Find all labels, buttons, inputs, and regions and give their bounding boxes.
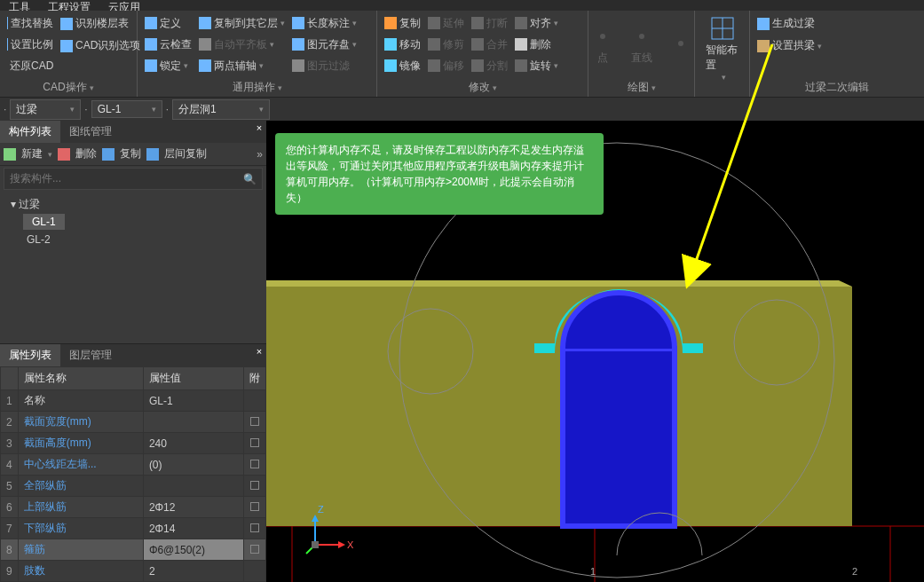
viewport-3d[interactable]: 您的计算机内存不足，请及时保存工程以防内存不足发生内存溢出等风险，可通过关闭其他… — [266, 121, 924, 582]
btn-cad-options[interactable]: CAD识别选项 — [57, 36, 144, 55]
btn-set-scale[interactable]: 设置比例 — [4, 35, 57, 54]
ribbon-group-smart: 智能布置▾ — [695, 11, 750, 97]
ribbon: 查找替换 设置比例 还原CAD 识别楼层表 CAD识别选项 CAD操作▾ 定义云… — [0, 11, 924, 98]
ribbon-label: 过梁二次编辑 — [750, 78, 924, 97]
menu-item[interactable]: 云应用 — [99, 0, 149, 11]
tab-component-list[interactable]: 构件列表 — [0, 121, 60, 143]
table-row[interactable]: 6上部纵筋2Φ12 — [1, 497, 266, 518]
draw-btn — [661, 12, 700, 76]
ribbon-group-lintel: 生成过梁 设置拱梁▾ 过梁二次编辑 — [750, 11, 924, 97]
svg-point-2 — [678, 41, 683, 46]
tree-item[interactable]: GL-2 — [23, 232, 259, 248]
ribbon-group-draw: 点直线 绘图▾ — [588, 11, 695, 97]
col-num — [1, 367, 19, 390]
svg-text:2: 2 — [852, 566, 857, 577]
dropdown-component-type[interactable]: 过梁▾ — [10, 99, 81, 120]
ribbon-btn[interactable]: 两点辅轴▾ — [195, 57, 288, 75]
btn-new[interactable]: 新建▾ — [4, 146, 52, 161]
table-row[interactable]: 2截面宽度(mm) — [1, 412, 266, 433]
ribbon-btn[interactable]: 延伸 — [424, 14, 468, 33]
menu-item[interactable]: 工具 — [0, 0, 39, 11]
left-panel: × 构件列表 图纸管理 新建▾ 删除 复制 层间复制 » 搜索构件... 🔍 ▾… — [0, 121, 266, 582]
col-name: 属性名称 — [18, 367, 143, 390]
tree-item[interactable]: GL-1 — [23, 214, 65, 230]
tab-layers[interactable]: 图层管理 — [60, 344, 121, 366]
dropdown-layer[interactable]: 分层洞1▾ — [172, 99, 270, 120]
ribbon-label: 通用操作▾ — [138, 78, 376, 97]
component-toolbar: 新建▾ 删除 复制 层间复制 » — [0, 143, 266, 166]
ribbon-btn[interactable]: 合并 — [468, 35, 511, 54]
ribbon-btn[interactable]: 偏移 — [424, 57, 468, 75]
ribbon-btn[interactable]: 定义 — [141, 14, 195, 33]
ribbon-btn[interactable]: 对齐▾ — [511, 14, 562, 33]
btn-smart-place[interactable]: 智能布置▾ — [699, 12, 746, 85]
search-input[interactable]: 搜索构件... 🔍 — [4, 168, 263, 190]
ribbon-label: 绘图▾ — [588, 78, 694, 97]
table-row[interactable]: 7下部纵筋2Φ14 — [1, 518, 266, 539]
ribbon-btn[interactable]: 修剪 — [424, 35, 468, 54]
left-tabbar: 构件列表 图纸管理 — [0, 121, 266, 143]
ribbon-btn[interactable]: 移动 — [381, 35, 424, 54]
ribbon-btn[interactable]: 删除 — [511, 35, 562, 54]
table-row[interactable]: 5全部纵筋 — [1, 476, 266, 497]
col-attach: 附 — [244, 367, 266, 390]
ribbon-btn[interactable]: 旋转▾ — [511, 57, 562, 75]
tab-drawing-mgmt[interactable]: 图纸管理 — [60, 121, 121, 143]
btn-delete[interactable]: 删除 — [58, 146, 97, 161]
svg-text:1: 1 — [590, 566, 596, 577]
search-icon: 🔍 — [243, 173, 257, 185]
menu-bar: 工具 工程设置 云应用 — [0, 0, 924, 11]
ribbon-btn[interactable]: 复制 — [381, 14, 424, 33]
svg-point-1 — [639, 34, 644, 39]
ribbon-btn[interactable]: 打断 — [468, 14, 511, 33]
component-tree: ▾ 过梁 GL-1 GL-2 — [0, 192, 266, 343]
svg-marker-9 — [266, 280, 852, 287]
table-row[interactable]: 3截面高度(mm)240 — [1, 433, 266, 454]
property-panel: × 属性列表 图层管理 属性名称 属性值 附 1名称GL-12截面宽度(mm)3… — [0, 343, 266, 582]
svg-rect-8 — [266, 287, 852, 526]
btn-copy[interactable]: 复制 — [102, 146, 141, 161]
svg-rect-20 — [312, 541, 319, 548]
btn-restore-cad[interactable]: 还原CAD — [4, 57, 57, 75]
draw-btn: 点 — [583, 12, 622, 76]
ribbon-btn[interactable]: 分割 — [468, 57, 511, 75]
btn-generate-lintel[interactable]: 生成过梁 — [754, 14, 825, 33]
memory-warning: 您的计算机内存不足，请及时保存工程以防内存不足发生内存溢出等风险，可通过关闭其他… — [275, 133, 604, 215]
btn-identify-floor[interactable]: 识别楼层表 — [57, 14, 144, 33]
tab-props[interactable]: 属性列表 — [0, 344, 60, 366]
ribbon-btn[interactable]: 图元过滤 — [288, 57, 360, 75]
ribbon-label: 修改▾ — [377, 78, 588, 97]
svg-rect-10 — [563, 349, 675, 526]
selector-bar: · 过梁▾ · GL-1▾ · 分层洞1▾ — [0, 98, 924, 121]
close-icon[interactable]: × — [254, 346, 265, 357]
dropdown-component-name[interactable]: GL-1▾ — [91, 100, 162, 118]
ribbon-group-general: 定义云检查锁定▾复制到其它层▾自动平齐板▾两点辅轴▾长度标注▾图元存盘▾图元过滤… — [138, 11, 377, 97]
svg-point-0 — [600, 34, 605, 39]
property-table: 属性名称 属性值 附 1名称GL-12截面宽度(mm)3截面高度(mm)2404… — [0, 366, 266, 582]
btn-floor-copy[interactable]: 层间复制 — [146, 146, 207, 161]
ribbon-btn[interactable]: 云检查 — [141, 35, 195, 54]
more-icon[interactable]: » — [257, 148, 263, 161]
btn-set-arch[interactable]: 设置拱梁▾ — [754, 36, 825, 55]
draw-btn: 直线 — [622, 12, 661, 76]
ribbon-btn[interactable]: 图元存盘▾ — [288, 35, 360, 54]
col-value: 属性值 — [143, 367, 243, 390]
ribbon-btn[interactable]: 复制到其它层▾ — [195, 14, 288, 33]
axis-z-label: Z — [318, 504, 324, 515]
table-row[interactable]: 1名称GL-1 — [1, 390, 266, 412]
close-icon[interactable]: × — [254, 122, 265, 133]
btn-find-replace[interactable]: 查找替换 — [4, 14, 57, 33]
table-row[interactable]: 4中心线距左墙...(0) — [1, 454, 266, 476]
ribbon-group-modify: 复制移动镜像延伸修剪偏移打断合并分割对齐▾删除旋转▾ 修改▾ — [377, 11, 588, 97]
table-row[interactable]: 8箍筋Φ6@150(2) — [1, 539, 266, 561]
ribbon-btn[interactable]: 镜像 — [381, 57, 424, 75]
tree-root[interactable]: ▾ 过梁 — [7, 195, 259, 214]
table-row[interactable]: 9肢数2 — [1, 561, 266, 582]
axis-x-label: X — [347, 539, 354, 550]
menu-item[interactable]: 工程设置 — [39, 0, 99, 11]
ribbon-btn[interactable]: 锁定▾ — [141, 57, 195, 75]
ribbon-btn[interactable]: 长度标注▾ — [288, 14, 360, 33]
ribbon-group-cad: 查找替换 设置比例 还原CAD 识别楼层表 CAD识别选项 CAD操作▾ — [0, 11, 138, 97]
ribbon-btn[interactable]: 自动平齐板▾ — [195, 35, 288, 54]
smart-place-icon — [710, 16, 735, 41]
